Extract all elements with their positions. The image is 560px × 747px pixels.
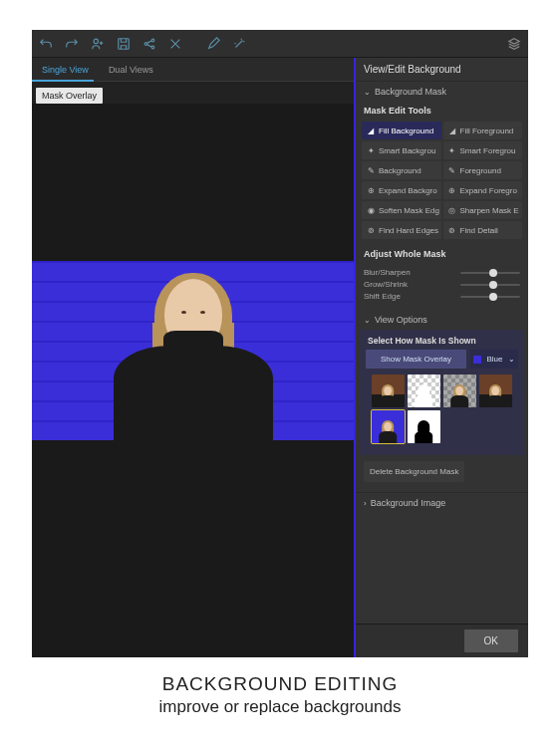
thumb-original[interactable] <box>372 374 405 407</box>
person-add-icon[interactable] <box>90 36 106 52</box>
tool-smart-background[interactable]: ✦Smart Backgrou <box>362 141 441 159</box>
thumb-silhouette[interactable] <box>408 410 440 443</box>
layers-icon[interactable] <box>506 36 522 52</box>
section-background-mask[interactable]: ⌄Background Mask <box>356 82 528 102</box>
share-icon[interactable] <box>141 36 157 52</box>
tool-label: Background <box>379 166 421 175</box>
svg-rect-1 <box>119 38 130 49</box>
thumb-blue-overlay[interactable] <box>372 410 405 443</box>
main-area: Single View Dual Views Mask Overlay View… <box>32 58 528 657</box>
tool-soften-mask-edge[interactable]: ◉Soften Mask Edg <box>362 201 441 219</box>
svg-point-2 <box>144 42 147 45</box>
tool-sharpen-mask-edge[interactable]: ◎Sharpen Mask E <box>443 201 523 219</box>
bg-image-label: Background Image <box>371 498 446 508</box>
section-background-image[interactable]: ›Background Image <box>356 492 528 513</box>
thumb-cutout-light[interactable] <box>408 374 440 407</box>
caption-title: BACKGROUND EDITING <box>0 673 560 695</box>
tool-label: Sharpen Mask E <box>460 206 519 215</box>
expand-icon: ⊕ <box>366 185 376 195</box>
marketing-caption: BACKGROUND EDITING improve or replace ba… <box>0 673 560 717</box>
redo-icon[interactable] <box>64 36 80 52</box>
tool-label: Soften Mask Edg <box>379 206 439 215</box>
wand-icon[interactable] <box>231 36 247 52</box>
ok-button[interactable]: OK <box>464 629 518 652</box>
brush-icon[interactable] <box>205 36 221 52</box>
tool-label: Foreground <box>460 166 501 175</box>
tab-single-view[interactable]: Single View <box>32 58 99 81</box>
tool-expand-background[interactable]: ⊕Expand Backgro <box>362 181 441 199</box>
canvas-panel: Single View Dual Views Mask Overlay <box>32 58 354 657</box>
slider-label: Blur/Sharpen <box>364 268 460 277</box>
slider-thumb[interactable] <box>489 269 497 277</box>
adjust-sliders: Blur/Sharpen Grow/Shrink Shift Edge <box>356 263 528 310</box>
tool-expand-foreground[interactable]: ⊕Expand Foregro <box>443 181 523 199</box>
mask-overlay-tag[interactable]: Mask Overlay <box>36 88 103 104</box>
view-options-label: View Options <box>375 315 427 325</box>
tool-label: Expand Backgro <box>379 186 437 195</box>
tool-fill-foreground[interactable]: ◢Fill Foreground <box>443 122 523 139</box>
app-frame: Single View Dual Views Mask Overlay View… <box>32 30 528 657</box>
adjust-mask-title: Adjust Whole Mask <box>356 245 528 263</box>
mask-color-dropdown[interactable]: Blue⌄ <box>470 350 518 369</box>
section-view-options[interactable]: ⌄View Options <box>356 310 528 330</box>
slider-track[interactable] <box>460 272 520 274</box>
expand-icon: ⊕ <box>447 185 457 195</box>
slider-grow-shrink: Grow/Shrink <box>364 280 520 289</box>
section-bg-mask-label: Background Mask <box>375 87 446 97</box>
tool-label: Fill Background <box>379 126 433 135</box>
brush-icon: ✎ <box>366 165 376 175</box>
slider-thumb[interactable] <box>489 281 497 289</box>
panel-footer: OK <box>356 623 528 657</box>
mask-tools-title: Mask Edit Tools <box>356 102 528 120</box>
thumb-original-alt[interactable] <box>479 374 512 407</box>
slider-track[interactable] <box>460 296 520 298</box>
tab-dual-views[interactable]: Dual Views <box>99 58 163 81</box>
top-toolbar <box>32 30 528 58</box>
tool-label: Smart Backgrou <box>379 146 435 155</box>
slider-label: Grow/Shrink <box>364 280 460 289</box>
chevron-down-icon: ⌄ <box>508 355 515 364</box>
save-icon[interactable] <box>116 36 132 52</box>
brush-icon: ✎ <box>447 165 457 175</box>
slider-thumb[interactable] <box>489 293 497 301</box>
tool-label: Expand Foregro <box>460 186 517 195</box>
thumb-cutout-dark[interactable] <box>443 374 476 407</box>
tool-label: Find Detail <box>460 226 498 235</box>
find-icon: ⊚ <box>447 225 457 235</box>
svg-point-0 <box>94 39 98 43</box>
slider-blur-sharpen: Blur/Sharpen <box>364 268 520 277</box>
preview-thumbnails <box>366 369 518 449</box>
chevron-right-icon: › <box>364 499 367 508</box>
crop-icon[interactable] <box>167 36 183 52</box>
chevron-down-icon: ⌄ <box>364 88 371 97</box>
select-mask-shown: Select How Mask Is Shown Show Mask Overl… <box>360 330 524 455</box>
photo-canvas[interactable] <box>32 104 354 657</box>
bucket-icon: ◢ <box>366 125 376 135</box>
wand-icon: ✦ <box>366 145 376 155</box>
tool-find-hard-edges[interactable]: ⊚Find Hard Edges <box>362 221 441 239</box>
delete-background-mask-button[interactable]: Delete Background Mask <box>364 461 464 482</box>
dropdown-value: Blue <box>486 355 502 364</box>
color-swatch-icon <box>473 356 481 364</box>
soften-icon: ◉ <box>366 205 376 215</box>
tool-label: Smart Foregrou <box>460 146 516 155</box>
svg-point-4 <box>151 46 154 49</box>
slider-shift-edge: Shift Edge <box>364 292 520 301</box>
slider-track[interactable] <box>460 284 520 286</box>
mask-tool-grid: ◢Fill Background ◢Fill Foreground ✦Smart… <box>356 120 528 245</box>
chevron-down-icon: ⌄ <box>364 316 371 325</box>
tool-label: Fill Foreground <box>460 126 514 135</box>
tool-background-brush[interactable]: ✎Background <box>362 161 441 179</box>
undo-icon[interactable] <box>38 36 54 52</box>
tool-fill-background[interactable]: ◢Fill Background <box>362 122 441 139</box>
panel-title: View/Edit Background <box>356 58 528 82</box>
photo <box>32 261 354 440</box>
show-mask-overlay-button[interactable]: Show Mask Overlay <box>366 350 466 369</box>
view-tabs: Single View Dual Views <box>32 58 354 82</box>
tool-smart-foreground[interactable]: ✦Smart Foregrou <box>443 141 523 159</box>
tool-foreground-brush[interactable]: ✎Foreground <box>443 161 523 179</box>
select-mask-title: Select How Mask Is Shown <box>366 334 518 350</box>
tool-find-detail[interactable]: ⊚Find Detail <box>443 221 523 239</box>
svg-point-3 <box>151 39 154 42</box>
find-icon: ⊚ <box>366 225 376 235</box>
